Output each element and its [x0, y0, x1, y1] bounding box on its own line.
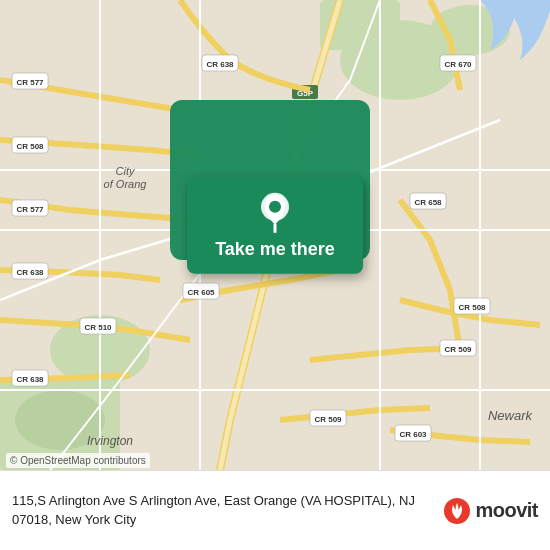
svg-text:of Orang: of Orang	[104, 178, 148, 190]
map-attribution: © OpenStreetMap contributors	[6, 453, 150, 468]
moovit-logo-icon	[443, 497, 471, 525]
svg-point-53	[269, 201, 281, 213]
attribution-text: © OpenStreetMap contributors	[10, 455, 146, 466]
take-me-there-label: Take me there	[215, 239, 335, 260]
moovit-logo-text: moovit	[475, 499, 538, 522]
svg-text:CR 509: CR 509	[314, 415, 342, 424]
svg-text:CR 508: CR 508	[16, 142, 44, 151]
svg-text:CR 510: CR 510	[84, 323, 112, 332]
svg-text:Newark: Newark	[488, 408, 534, 423]
svg-text:Irvington: Irvington	[87, 434, 133, 448]
svg-text:CR 670: CR 670	[444, 60, 472, 69]
take-me-there-button[interactable]: Take me there	[187, 177, 363, 274]
svg-text:CR 638: CR 638	[16, 375, 44, 384]
address-text: 115,S Arlington Ave S Arlington Ave, Eas…	[12, 492, 435, 528]
svg-text:CR 509: CR 509	[444, 345, 472, 354]
svg-text:CR 508: CR 508	[458, 303, 486, 312]
svg-text:CR 658: CR 658	[414, 198, 442, 207]
moovit-logo: moovit	[443, 497, 538, 525]
svg-text:CR 577: CR 577	[16, 78, 44, 87]
svg-text:CR 577: CR 577	[16, 205, 44, 214]
svg-text:CR 605: CR 605	[187, 288, 215, 297]
bottom-bar: 115,S Arlington Ave S Arlington Ave, Eas…	[0, 470, 550, 550]
location-pin-icon	[257, 191, 293, 233]
button-overlay: Take me there	[187, 177, 363, 274]
map-view: G5P G5P	[0, 0, 550, 470]
svg-text:CR 638: CR 638	[16, 268, 44, 277]
svg-text:City: City	[116, 165, 136, 177]
svg-text:CR 603: CR 603	[399, 430, 427, 439]
svg-text:CR 638: CR 638	[206, 60, 234, 69]
